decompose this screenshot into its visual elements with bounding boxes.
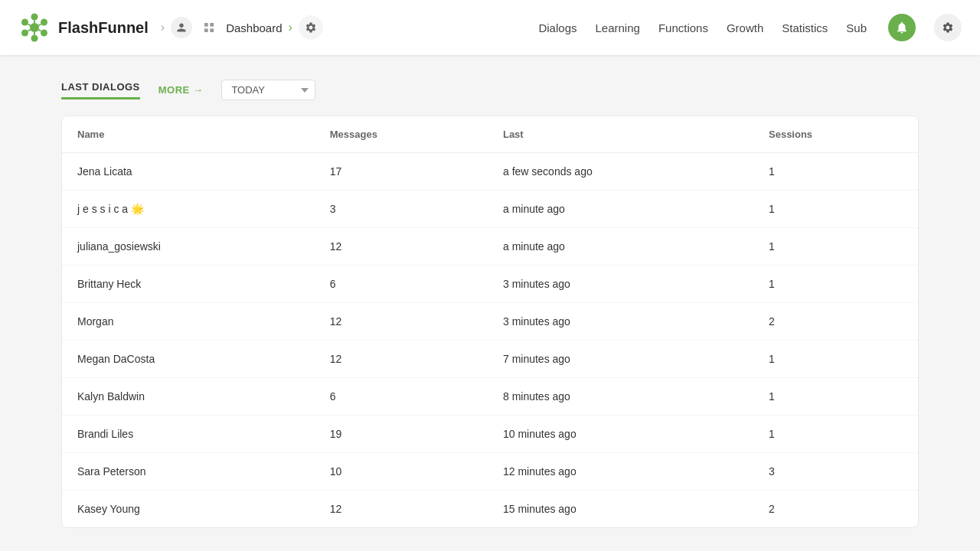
cell-messages: 12: [315, 491, 488, 528]
cell-messages: 17: [315, 153, 488, 191]
table-row[interactable]: Sara Peterson1012 minutes ago3: [62, 453, 918, 491]
svg-point-3: [21, 19, 28, 26]
header: FlashFunnel › Dashboard › Dialogs Learni…: [0, 0, 980, 55]
cell-sessions: 1: [753, 228, 918, 266]
date-filter-select[interactable]: TODAY THIS WEEK THIS MONTH: [221, 80, 315, 100]
cell-messages: 3: [315, 191, 488, 228]
logo-icon: [18, 11, 51, 44]
cell-messages: 6: [315, 266, 488, 303]
nav-statistics[interactable]: Statistics: [782, 21, 828, 34]
table-header: Name Messages Last Sessions: [62, 116, 918, 153]
last-dialogs-title: LAST DIALOGS: [61, 81, 140, 99]
cell-messages: 12: [315, 341, 488, 378]
cell-last: 12 minutes ago: [488, 453, 753, 491]
svg-rect-16: [210, 28, 214, 32]
cell-name: Jena Licata: [62, 153, 315, 191]
breadcrumb: › Dashboard ›: [161, 15, 323, 40]
table-row[interactable]: Brandi Liles1910 minutes ago1: [62, 416, 918, 453]
col-messages: Messages: [315, 116, 488, 153]
cell-last: a minute ago: [488, 228, 753, 266]
table-row[interactable]: Kasey Young1215 minutes ago2: [62, 491, 918, 528]
table-row[interactable]: Jena Licata17a few seconds ago1: [62, 153, 918, 191]
header-settings-button[interactable]: [934, 14, 962, 41]
cell-sessions: 1: [753, 378, 918, 416]
svg-rect-13: [204, 23, 208, 27]
cell-messages: 19: [315, 416, 488, 453]
main-content: LAST DIALOGS MORE → TODAY THIS WEEK THIS…: [31, 55, 949, 551]
cell-last: 3 minutes ago: [488, 266, 753, 303]
main-nav: Dialogs Learning Functions Growth Statis…: [538, 14, 962, 41]
cell-name: Morgan: [62, 303, 315, 341]
svg-point-5: [21, 30, 28, 37]
cell-sessions: 1: [753, 191, 918, 228]
cell-sessions: 1: [753, 153, 918, 191]
last-dialogs-section: LAST DIALOGS MORE → TODAY THIS WEEK THIS…: [61, 80, 919, 528]
logo-area[interactable]: FlashFunnel: [18, 11, 149, 44]
svg-point-4: [41, 19, 47, 26]
cell-name: Megan DaCosta: [62, 341, 315, 378]
cell-name: Kasey Young: [62, 491, 315, 528]
breadcrumb-chevron-icon: ›: [161, 21, 165, 34]
col-name: Name: [62, 116, 315, 153]
table-row[interactable]: Morgan123 minutes ago2: [62, 303, 918, 341]
svg-point-1: [31, 14, 38, 21]
dashboard-label: Dashboard: [226, 21, 282, 34]
cell-last: 10 minutes ago: [488, 416, 753, 453]
col-sessions: Sessions: [753, 116, 918, 153]
nav-sub[interactable]: Sub: [846, 21, 867, 34]
more-link[interactable]: MORE →: [158, 84, 204, 96]
cell-name: j e s s i c a 🌟: [62, 191, 315, 228]
cell-last: 3 minutes ago: [488, 303, 753, 341]
table-row[interactable]: Brittany Heck63 minutes ago1: [62, 266, 918, 303]
cell-messages: 6: [315, 378, 488, 416]
cell-messages: 12: [315, 303, 488, 341]
section-header: LAST DIALOGS MORE → TODAY THIS WEEK THIS…: [61, 80, 919, 100]
svg-rect-15: [204, 28, 208, 32]
svg-line-12: [38, 24, 41, 26]
cell-messages: 10: [315, 453, 488, 491]
cell-name: Sara Peterson: [62, 453, 315, 491]
table-row[interactable]: Megan DaCosta127 minutes ago1: [62, 341, 918, 378]
svg-rect-14: [210, 23, 214, 27]
cell-last: a few seconds ago: [488, 153, 753, 191]
breadcrumb-settings-icon[interactable]: [299, 15, 323, 40]
cell-sessions: 3: [753, 453, 918, 491]
svg-line-11: [28, 30, 31, 31]
notification-button[interactable]: [888, 14, 916, 41]
grid-icon: [198, 17, 220, 38]
cell-name: Brandi Liles: [62, 416, 315, 453]
breadcrumb-arrow-icon: ›: [289, 21, 292, 34]
svg-point-2: [31, 35, 38, 42]
cell-sessions: 1: [753, 266, 918, 303]
cell-last: 7 minutes ago: [488, 341, 753, 378]
user-icon[interactable]: [171, 17, 192, 38]
dialogs-table-container: Name Messages Last Sessions Jena Licata1…: [61, 116, 919, 528]
cell-sessions: 1: [753, 341, 918, 378]
svg-point-0: [30, 23, 39, 32]
col-last: Last: [488, 116, 753, 153]
cell-sessions: 2: [753, 303, 918, 341]
table-row[interactable]: juliana_gosiewski12a minute ago1: [62, 228, 918, 266]
cell-sessions: 2: [753, 491, 918, 528]
brand-name: FlashFunnel: [58, 19, 149, 37]
cell-name: Brittany Heck: [62, 266, 315, 303]
nav-functions[interactable]: Functions: [658, 21, 708, 34]
dialogs-table: Name Messages Last Sessions Jena Licata1…: [62, 116, 918, 527]
svg-line-10: [38, 30, 41, 31]
cell-messages: 12: [315, 228, 488, 266]
nav-growth[interactable]: Growth: [727, 21, 763, 34]
cell-name: juliana_gosiewski: [62, 228, 315, 266]
nav-learning[interactable]: Learning: [595, 21, 639, 34]
nav-dialogs[interactable]: Dialogs: [538, 21, 577, 34]
cell-name: Kalyn Baldwin: [62, 378, 315, 416]
table-row[interactable]: Kalyn Baldwin68 minutes ago1: [62, 378, 918, 416]
cell-last: 15 minutes ago: [488, 491, 753, 528]
table-row[interactable]: j e s s i c a 🌟3a minute ago1: [62, 191, 918, 228]
cell-last: 8 minutes ago: [488, 378, 753, 416]
cell-sessions: 1: [753, 416, 918, 453]
svg-line-9: [28, 24, 31, 26]
table-body: Jena Licata17a few seconds ago1j e s s i…: [62, 153, 918, 528]
svg-point-6: [41, 30, 47, 37]
cell-last: a minute ago: [488, 191, 753, 228]
